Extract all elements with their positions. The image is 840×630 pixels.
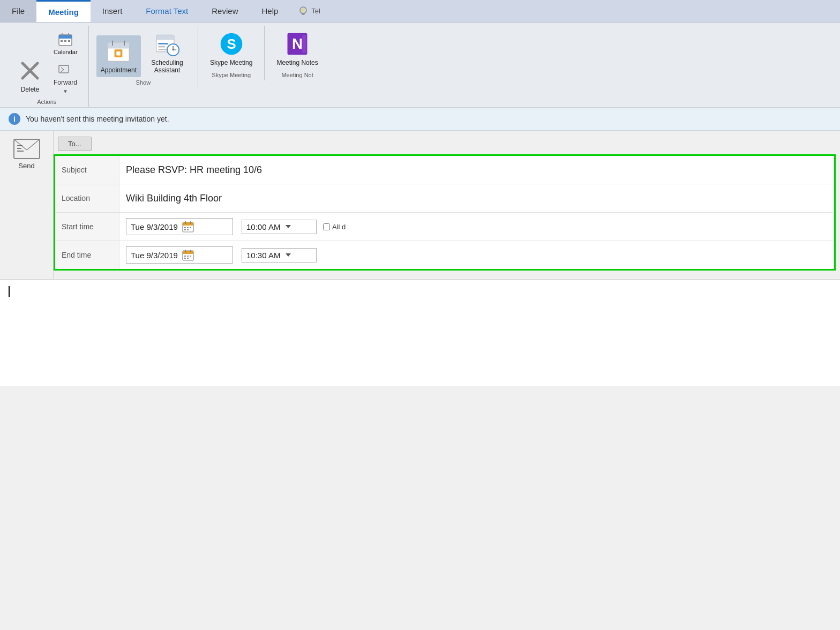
svg-rect-23 <box>158 49 167 50</box>
svg-rect-18 <box>117 51 121 55</box>
svg-rect-54 <box>190 256 191 257</box>
fields-area: To... Subject Location Start time Tue 9/… <box>54 131 840 279</box>
delete-button[interactable]: Delete <box>13 55 47 96</box>
info-bar: i You haven't sent this meeting invitati… <box>0 108 840 131</box>
end-time-row: End time Tue 9/3/2019 <box>55 241 834 269</box>
end-date-field[interactable]: Tue 9/3/2019 <box>126 246 233 264</box>
body-area[interactable] <box>0 279 840 386</box>
svg-rect-46 <box>184 229 186 230</box>
svg-rect-22 <box>158 46 165 48</box>
subject-label: Subject <box>55 156 119 184</box>
location-label: Location <box>55 184 119 212</box>
forward-button[interactable]: Forward ▼ <box>50 59 80 96</box>
calendar-label: Calendar <box>54 49 78 55</box>
svg-rect-9 <box>64 40 66 42</box>
svg-rect-10 <box>68 40 70 42</box>
show-section-label: Show <box>136 79 151 88</box>
ribbon-section-actions: Delete <box>5 26 89 107</box>
skype-buttons: S Skype Meeting <box>206 26 257 70</box>
svg-rect-21 <box>158 43 168 44</box>
svg-rect-55 <box>184 258 186 259</box>
start-date-field[interactable]: Tue 9/3/2019 <box>126 218 233 235</box>
end-time-value: 10:30 AM <box>246 251 280 260</box>
end-time-label: End time <box>55 241 119 269</box>
scheduling-label: Scheduling Assistant <box>148 59 186 74</box>
svg-rect-14 <box>108 42 130 48</box>
meeting-notes-button[interactable]: N Meeting Notes <box>272 28 322 70</box>
form-container: Send To... Subject Location Start time <box>0 131 840 279</box>
skype-meeting-button[interactable]: S Skype Meeting <box>206 28 257 70</box>
notes-label: Meeting Notes <box>276 59 318 66</box>
lightbulb-icon <box>297 5 309 17</box>
svg-rect-53 <box>187 256 189 257</box>
all-day-section: All d <box>323 223 346 231</box>
end-time-field[interactable]: 10:30 AM <box>242 248 317 262</box>
location-input[interactable] <box>119 189 834 208</box>
svg-line-35 <box>27 139 40 150</box>
menu-bar: File Meeting Insert Format Text Review H… <box>0 0 840 22</box>
svg-rect-52 <box>184 256 186 257</box>
skype-section-label: Skype Meeting <box>212 72 251 80</box>
delete-label: Delete <box>21 86 40 93</box>
appointment-button[interactable]: Appointment <box>96 35 141 77</box>
location-row: Location <box>55 184 834 213</box>
subject-row: Subject <box>55 156 834 184</box>
ribbon: Delete <box>0 22 840 108</box>
menu-file[interactable]: File <box>0 0 36 22</box>
menu-format-text[interactable]: Format Text <box>134 0 200 22</box>
appointment-icon <box>106 39 131 64</box>
svg-text:S: S <box>227 36 236 51</box>
actions-section-label: Actions <box>37 99 56 107</box>
forward-label: Forward <box>54 79 77 86</box>
to-row: To... <box>54 136 840 151</box>
delete-icon <box>17 58 43 84</box>
start-date-value: Tue 9/3/2019 <box>131 222 178 231</box>
appointment-label: Appointment <box>101 66 137 74</box>
svg-point-1 <box>302 9 305 12</box>
svg-point-27 <box>172 49 174 51</box>
end-date-calendar-icon[interactable] <box>182 249 194 261</box>
start-time-value: 10:00 AM <box>246 222 280 231</box>
start-time-row: Start time Tue 9/3/2019 <box>55 213 834 241</box>
forward-dropdown-arrow: ▼ <box>63 88 68 94</box>
svg-rect-56 <box>187 258 189 259</box>
svg-rect-43 <box>184 227 186 228</box>
menu-review[interactable]: Review <box>200 0 250 22</box>
actions-group: Calendar Forward ▼ <box>50 28 81 96</box>
scheduling-button[interactable]: Scheduling Assistant <box>144 28 190 77</box>
svg-rect-8 <box>61 40 63 42</box>
menu-insert[interactable]: Insert <box>91 0 134 22</box>
menu-help[interactable]: Help <box>250 0 290 22</box>
all-day-checkbox[interactable] <box>323 223 330 230</box>
info-icon: i <box>9 113 20 125</box>
actions-buttons: Delete <box>13 26 81 96</box>
start-time-dropdown-icon <box>284 223 292 230</box>
svg-rect-40 <box>183 222 193 226</box>
ribbon-section-notes: N Meeting Notes Meeting Not <box>265 26 329 80</box>
skype-icon: S <box>219 31 244 57</box>
svg-rect-32 <box>302 35 306 52</box>
send-icon <box>12 138 41 160</box>
svg-rect-49 <box>183 251 193 254</box>
forward-icon <box>58 62 73 77</box>
notes-section-label: Meeting Not <box>281 72 313 80</box>
to-input[interactable] <box>96 136 836 151</box>
meeting-form-box: Subject Location Start time Tue 9/3/2019 <box>54 154 836 271</box>
to-button[interactable]: To... <box>58 137 92 151</box>
svg-rect-44 <box>187 227 189 228</box>
show-buttons: Appointment <box>96 26 190 77</box>
start-date-calendar-icon[interactable] <box>182 221 194 232</box>
start-time-label: Start time <box>55 213 119 241</box>
start-time-field[interactable]: 10:00 AM <box>242 220 317 234</box>
send-label[interactable]: Send <box>18 162 34 170</box>
calendar-icon <box>58 32 73 47</box>
start-datetime: Tue 9/3/2019 <box>119 213 346 241</box>
subject-input[interactable] <box>119 160 834 180</box>
tell-me-area: Tel <box>290 0 328 22</box>
end-datetime: Tue 9/3/2019 <box>119 241 321 269</box>
calendar-button[interactable]: Calendar <box>50 30 81 57</box>
send-panel: Send <box>0 131 54 279</box>
svg-rect-45 <box>190 227 191 228</box>
menu-meeting[interactable]: Meeting <box>36 0 91 22</box>
notes-buttons: N Meeting Notes <box>272 26 322 70</box>
